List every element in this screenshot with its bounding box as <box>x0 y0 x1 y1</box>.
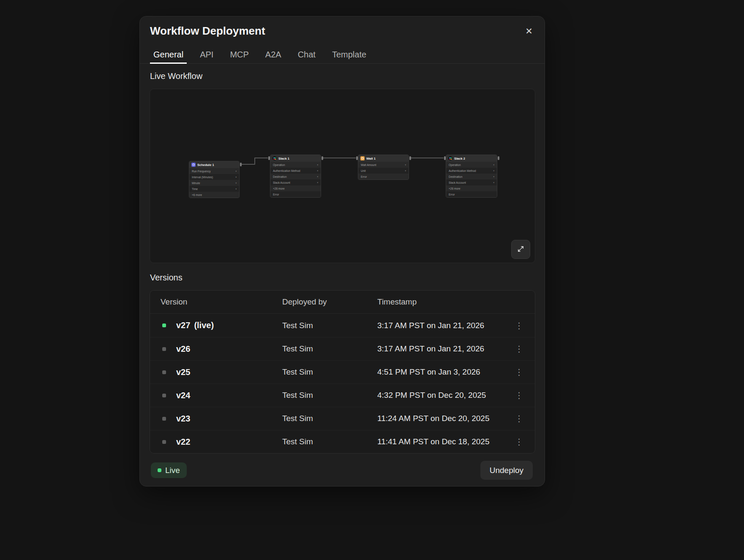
version-menu-button[interactable]: ⋮ <box>512 435 526 449</box>
node-more-fields: +6 more <box>189 192 239 198</box>
node-title: Slack 2 <box>454 157 465 160</box>
deployed-by: Test Sim <box>282 437 377 446</box>
node-field: Interval (Minutes)▾ <box>189 174 239 180</box>
table-row: v27 (live) Test Sim 3:17 AM PST on Jan 2… <box>150 314 535 337</box>
kebab-icon: ⋮ <box>515 414 523 423</box>
version-label: v26 <box>176 344 190 354</box>
node-title: Wait 1 <box>366 157 376 160</box>
modal-footer: Live Undeploy <box>140 454 545 487</box>
workflow-deployment-modal: Workflow Deployment ✕ General API MCP A2… <box>139 16 545 487</box>
version-menu-button[interactable]: ⋮ <box>512 342 526 356</box>
version-status-dot <box>162 440 166 444</box>
tab-template[interactable]: Template <box>329 47 370 64</box>
workflow-node-slack-1: Slack 1 Operation▾ Authentication Method… <box>270 155 321 198</box>
node-field: Slack Account▾ <box>446 179 497 185</box>
version-status-dot <box>162 394 166 397</box>
output-port <box>409 156 411 160</box>
chevron-down-icon: ▾ <box>493 170 494 172</box>
version-label: v25 <box>176 367 190 377</box>
input-port <box>268 156 270 160</box>
node-field: Minute▾ <box>189 180 239 186</box>
slack-icon <box>273 156 277 160</box>
deployed-by: Test Sim <box>282 344 377 353</box>
chevron-down-icon: ▾ <box>493 182 494 184</box>
tab-a2a[interactable]: A2A <box>262 47 285 64</box>
node-field: Destination▾ <box>446 174 497 179</box>
versions-heading: Versions <box>150 273 183 283</box>
input-port <box>444 156 446 160</box>
version-label: v24 <box>176 391 190 400</box>
node-header: Slack 2 <box>446 155 497 162</box>
version-status-dot <box>162 323 166 327</box>
version-menu-button[interactable]: ⋮ <box>512 389 526 402</box>
table-row: v23 Test Sim 11:24 AM PST on Dec 20, 202… <box>150 407 535 430</box>
hourglass-icon <box>360 156 365 160</box>
timestamp: 11:24 AM PST on Dec 20, 2025 <box>377 414 503 423</box>
output-port <box>240 163 242 166</box>
column-header-version: Version <box>150 297 282 307</box>
live-badge-label: Live <box>165 466 180 475</box>
workflow-canvas[interactable]: Schedule 1 Run Frequency▾ Interval (Minu… <box>150 89 535 263</box>
table-row: v22 Test Sim 11:41 AM PST on Dec 18, 202… <box>150 430 535 453</box>
output-port <box>498 156 499 160</box>
table-row: v25 Test Sim 4:51 PM PST on Jan 3, 2026 … <box>150 360 535 383</box>
versions-table: Version Deployed by Timestamp v27 (live)… <box>150 290 535 454</box>
chevron-down-icon: ▾ <box>235 170 237 172</box>
deployed-by: Test Sim <box>282 391 377 400</box>
node-header: Wait 1 <box>358 155 409 162</box>
close-button[interactable]: ✕ <box>522 24 536 38</box>
chevron-down-icon: ▾ <box>317 170 318 172</box>
page-title: Workflow Deployment <box>150 24 265 37</box>
chevron-down-icon: ▾ <box>317 176 318 178</box>
node-field: Unit▾ <box>358 168 409 174</box>
chevron-down-icon: ▾ <box>235 182 237 184</box>
tab-mcp[interactable]: MCP <box>226 47 252 64</box>
input-port <box>356 156 358 160</box>
version-menu-button[interactable]: ⋮ <box>512 365 526 379</box>
output-port <box>322 156 323 160</box>
undeploy-button[interactable]: Undeploy <box>480 461 533 480</box>
node-more-fields: +26 more <box>270 185 321 191</box>
workflow-node-wait-1: Wait 1 Wait Amount▾ Unit▾ Error <box>358 155 409 180</box>
clock-icon <box>191 163 196 167</box>
timestamp: 3:17 AM PST on Jan 21, 2026 <box>377 344 503 353</box>
deployed-by: Test Sim <box>282 367 377 377</box>
version-label: v23 <box>176 414 190 424</box>
version-label: v27 <box>176 321 190 330</box>
live-status-badge: Live <box>151 462 187 478</box>
chevron-down-icon: ▾ <box>493 176 494 178</box>
version-status-dot <box>162 370 166 374</box>
table-row: v24 Test Sim 4:32 PM PST on Dec 20, 2025… <box>150 383 535 407</box>
version-label: v22 <box>176 437 190 447</box>
node-header: Schedule 1 <box>189 161 239 168</box>
node-more-fields: +26 more <box>446 185 497 191</box>
node-header: Slack 1 <box>270 155 321 162</box>
kebab-icon: ⋮ <box>515 344 523 353</box>
table-header-row: Version Deployed by Timestamp <box>150 291 535 314</box>
chevron-down-icon: ▾ <box>317 182 318 184</box>
table-row: v26 Test Sim 3:17 AM PST on Jan 21, 2026… <box>150 337 535 360</box>
node-title: Schedule 1 <box>197 163 214 167</box>
node-error-field: Error <box>446 191 497 197</box>
expand-canvas-button[interactable] <box>511 240 530 259</box>
live-dot-icon <box>158 468 161 472</box>
version-menu-button[interactable]: ⋮ <box>512 412 526 425</box>
deployed-by: Test Sim <box>282 414 377 423</box>
node-field: Authentication Method▾ <box>446 168 497 174</box>
tab-api[interactable]: API <box>196 47 217 64</box>
tab-general[interactable]: General <box>150 47 187 64</box>
tab-chat[interactable]: Chat <box>294 47 319 64</box>
column-header-deployed-by: Deployed by <box>282 297 377 307</box>
node-field: Run Frequency▾ <box>189 168 239 174</box>
timestamp: 3:17 AM PST on Jan 21, 2026 <box>377 321 503 330</box>
node-field: Time▾ <box>189 186 239 192</box>
live-workflow-heading: Live Workflow <box>150 71 202 81</box>
node-field: Slack Account▾ <box>270 179 321 185</box>
node-field: Wait Amount▾ <box>358 162 409 168</box>
version-menu-button[interactable]: ⋮ <box>512 319 526 332</box>
tab-bar: General API MCP A2A Chat Template <box>140 47 545 64</box>
slack-icon <box>448 156 452 160</box>
node-field: Authentication Method▾ <box>270 168 321 174</box>
chevron-down-icon: ▾ <box>493 164 494 166</box>
version-status-dot <box>162 347 166 351</box>
